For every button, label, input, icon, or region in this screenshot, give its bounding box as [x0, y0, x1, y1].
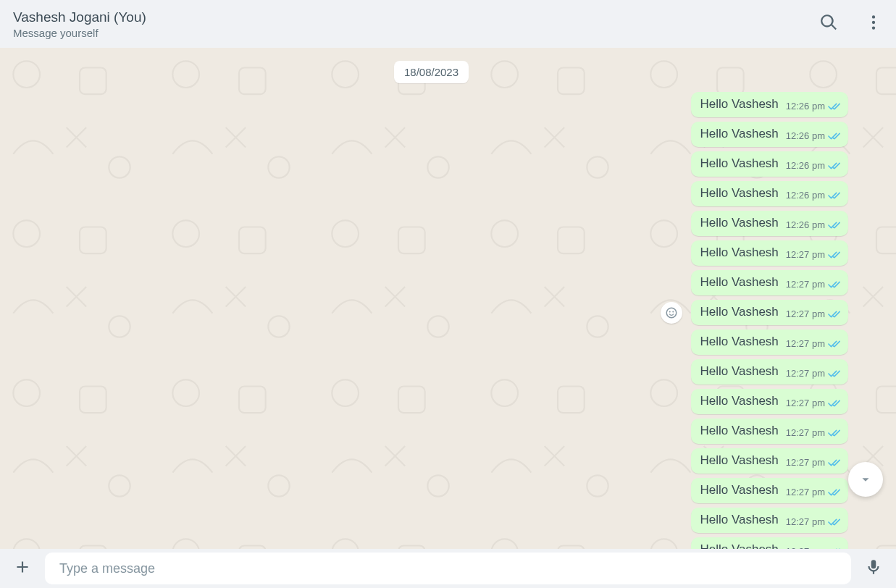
- svg-point-5: [673, 311, 674, 312]
- message-time: 12:26 pm: [786, 130, 825, 141]
- read-receipt-icon: [828, 398, 841, 408]
- message-row[interactable]: Hello Vashesh12:27 pm: [14, 389, 848, 414]
- read-receipt-icon: [828, 517, 841, 527]
- message-time: 12:27 pm: [786, 427, 825, 438]
- message-bubble[interactable]: Hello Vashesh12:26 pm: [691, 211, 848, 236]
- scroll-to-bottom-button[interactable]: [848, 462, 883, 497]
- message-text: Hello Vashesh: [700, 186, 778, 201]
- message-meta: 12:26 pm: [786, 219, 841, 230]
- message-time: 12:27 pm: [786, 368, 825, 379]
- svg-point-1: [872, 21, 875, 24]
- message-meta: 12:27 pm: [786, 338, 841, 349]
- message-text: Hello Vashesh: [700, 275, 778, 290]
- message-bubble[interactable]: Hello Vashesh12:27 pm: [691, 240, 848, 266]
- chevron-down-icon: [858, 471, 874, 487]
- message-meta: 12:26 pm: [786, 160, 841, 171]
- message-row[interactable]: Hello Vashesh12:27 pm: [14, 300, 848, 325]
- contact-info[interactable]: Vashesh Jogani (You) Message yourself: [13, 9, 146, 39]
- message-text: Hello Vashesh: [700, 127, 778, 141]
- message-text: Hello Vashesh: [700, 335, 778, 349]
- message-row[interactable]: Hello Vashesh12:26 pm: [14, 211, 848, 236]
- message-bubble[interactable]: Hello Vashesh12:27 pm: [691, 448, 848, 474]
- read-receipt-icon: [828, 220, 841, 230]
- message-row[interactable]: Hello Vashesh12:27 pm: [14, 537, 848, 549]
- message-bubble[interactable]: Hello Vashesh12:27 pm: [691, 359, 848, 385]
- message-meta: 12:26 pm: [786, 130, 841, 141]
- message-bubble[interactable]: Hello Vashesh12:27 pm: [691, 329, 848, 355]
- message-bubble[interactable]: Hello Vashesh12:27 pm: [691, 300, 848, 325]
- message-meta: 12:27 pm: [786, 279, 841, 290]
- message-row[interactable]: Hello Vashesh12:26 pm: [14, 122, 848, 147]
- message-bubble[interactable]: Hello Vashesh12:27 pm: [691, 419, 848, 444]
- message-bubble[interactable]: Hello Vashesh12:27 pm: [691, 508, 848, 533]
- message-time: 12:27 pm: [786, 279, 825, 290]
- read-receipt-icon: [828, 190, 841, 201]
- svg-point-3: [667, 308, 677, 318]
- message-row[interactable]: Hello Vashesh12:27 pm: [14, 240, 848, 266]
- message-time: 12:27 pm: [786, 308, 825, 319]
- message-time: 12:27 pm: [786, 487, 825, 497]
- message-meta: 12:27 pm: [786, 516, 841, 527]
- message-row[interactable]: Hello Vashesh12:26 pm: [14, 181, 848, 206]
- date-separator: 18/08/2023: [394, 61, 469, 83]
- contact-subtitle: Message yourself: [13, 27, 146, 39]
- read-receipt-icon: [828, 161, 841, 171]
- message-row[interactable]: Hello Vashesh12:27 pm: [14, 359, 848, 385]
- message-row[interactable]: Hello Vashesh12:27 pm: [14, 270, 848, 295]
- composer: [0, 549, 896, 588]
- message-row[interactable]: Hello Vashesh12:27 pm: [14, 419, 848, 444]
- message-row[interactable]: Hello Vashesh12:27 pm: [14, 478, 848, 503]
- message-row[interactable]: Hello Vashesh12:27 pm: [14, 448, 848, 474]
- message-bubble[interactable]: Hello Vashesh12:27 pm: [691, 389, 848, 414]
- message-text: Hello Vashesh: [700, 394, 778, 408]
- message-bubble[interactable]: Hello Vashesh12:26 pm: [691, 151, 848, 177]
- message-bubble[interactable]: Hello Vashesh12:26 pm: [691, 122, 848, 147]
- message-bubble[interactable]: Hello Vashesh12:27 pm: [691, 478, 848, 503]
- message-text: Hello Vashesh: [700, 364, 778, 379]
- message-input-wrap[interactable]: [45, 553, 851, 584]
- message-time: 12:27 pm: [786, 516, 825, 527]
- message-text: Hello Vashesh: [700, 424, 778, 438]
- attach-icon[interactable]: [13, 558, 32, 579]
- message-row[interactable]: Hello Vashesh12:26 pm: [14, 92, 848, 117]
- search-icon[interactable]: [819, 13, 838, 35]
- emoji-icon: [665, 306, 678, 319]
- read-receipt-icon: [828, 339, 841, 349]
- read-receipt-icon: [828, 428, 841, 438]
- message-row[interactable]: Hello Vashesh12:26 pm: [14, 151, 848, 177]
- message-row[interactable]: Hello Vashesh12:27 pm: [14, 329, 848, 355]
- message-meta: 12:27 pm: [786, 249, 841, 260]
- message-time: 12:26 pm: [786, 190, 825, 201]
- message-text: Hello Vashesh: [700, 483, 778, 497]
- message-text: Hello Vashesh: [700, 245, 778, 260]
- message-bubble[interactable]: Hello Vashesh12:27 pm: [691, 537, 848, 549]
- menu-icon[interactable]: [864, 13, 883, 35]
- react-hint-button[interactable]: [661, 302, 682, 324]
- read-receipt-icon: [828, 131, 841, 141]
- message-text: Hello Vashesh: [700, 453, 778, 468]
- message-time: 12:27 pm: [786, 338, 825, 349]
- message-text: Hello Vashesh: [700, 156, 778, 171]
- message-meta: 12:27 pm: [786, 398, 841, 408]
- read-receipt-icon: [828, 487, 841, 497]
- read-receipt-icon: [828, 280, 841, 290]
- message-bubble[interactable]: Hello Vashesh12:26 pm: [691, 181, 848, 206]
- message-bubble[interactable]: Hello Vashesh12:26 pm: [691, 92, 848, 117]
- message-text: Hello Vashesh: [700, 97, 778, 112]
- message-text: Hello Vashesh: [700, 216, 778, 230]
- message-text: Hello Vashesh: [700, 305, 778, 319]
- message-row[interactable]: Hello Vashesh12:27 pm: [14, 508, 848, 533]
- message-input[interactable]: [59, 561, 837, 576]
- mic-icon[interactable]: [864, 558, 883, 579]
- message-text: Hello Vashesh: [700, 513, 778, 527]
- read-receipt-icon: [828, 309, 841, 319]
- svg-point-2: [872, 26, 875, 29]
- message-time: 12:27 pm: [786, 398, 825, 408]
- message-bubble[interactable]: Hello Vashesh12:27 pm: [691, 270, 848, 295]
- svg-point-0: [872, 15, 875, 18]
- chat-header: Vashesh Jogani (You) Message yourself: [0, 0, 896, 48]
- contact-name: Vashesh Jogani (You): [13, 9, 146, 25]
- message-list[interactable]: 18/08/2023 Hello Vashesh12:26 pmHello Va…: [0, 48, 896, 549]
- read-receipt-icon: [828, 101, 841, 112]
- read-receipt-icon: [828, 458, 841, 468]
